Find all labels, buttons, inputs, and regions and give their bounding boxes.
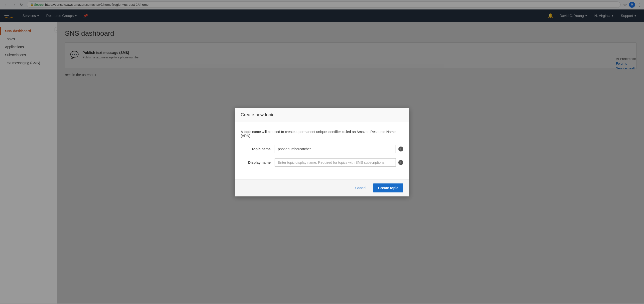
topic-name-info-icon[interactable]: i bbox=[398, 147, 403, 152]
modal-description: A topic name will be used to create a pe… bbox=[241, 130, 403, 138]
display-name-info-icon[interactable]: i bbox=[398, 160, 403, 165]
cancel-button[interactable]: Cancel bbox=[351, 184, 370, 192]
modal-overlay[interactable]: Create new topic A topic name will be us… bbox=[0, 0, 644, 303]
topic-name-input[interactable] bbox=[274, 145, 396, 153]
create-topic-button[interactable]: Create topic bbox=[373, 183, 403, 192]
create-topic-modal: Create new topic A topic name will be us… bbox=[235, 108, 409, 196]
topic-name-row: Topic name i bbox=[241, 145, 403, 153]
display-name-input-wrapper: i bbox=[274, 158, 403, 167]
display-name-input[interactable] bbox=[274, 158, 396, 167]
modal-body: A topic name will be used to create a pe… bbox=[235, 122, 409, 179]
display-name-row: Display name i bbox=[241, 158, 403, 167]
display-name-label: Display name bbox=[241, 160, 270, 164]
modal-header: Create new topic bbox=[235, 108, 409, 122]
modal-title: Create new topic bbox=[241, 112, 403, 118]
modal-footer: Cancel Create topic bbox=[235, 179, 409, 196]
topic-name-input-wrapper: i bbox=[274, 145, 403, 153]
topic-name-label: Topic name bbox=[241, 147, 270, 151]
